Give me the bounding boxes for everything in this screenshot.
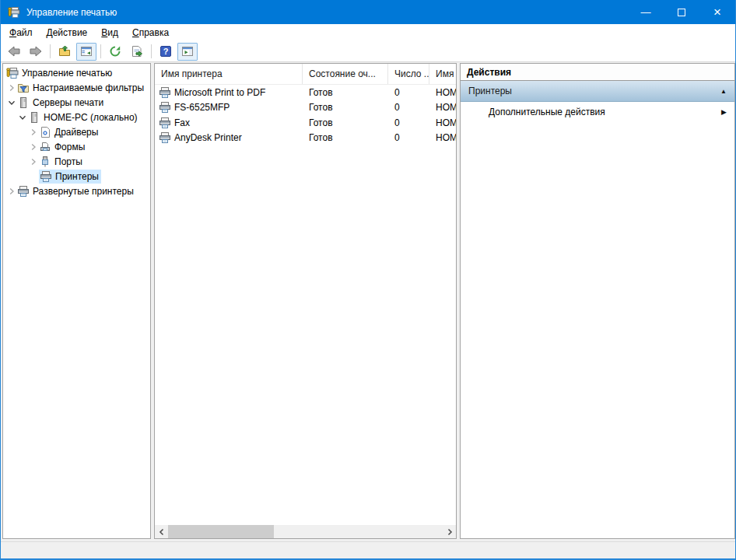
- tree-selection: Принтеры: [39, 170, 101, 184]
- maximize-icon: [678, 9, 685, 16]
- console-tree-pane: Управление печатью Настраиваемые фильтры…: [2, 63, 151, 539]
- forms-icon: [39, 141, 51, 153]
- export-list-button[interactable]: [127, 43, 147, 61]
- tree-item-print-management[interactable]: Управление печатью: [3, 65, 150, 80]
- toolbar-separator: [50, 44, 51, 58]
- maximize-button[interactable]: [664, 0, 699, 24]
- tree-item-drivers[interactable]: Драйверы: [3, 124, 150, 139]
- printer-icon: [159, 131, 171, 144]
- refresh-button[interactable]: [105, 43, 125, 61]
- printer-server: HOME-PC: [429, 117, 456, 128]
- tree-item-printers[interactable]: Принтеры: [3, 169, 150, 184]
- tree-item-home-pc[interactable]: HOME-PC (локально): [3, 110, 150, 124]
- tree-item-label: Драйверы: [54, 127, 98, 138]
- menu-file[interactable]: Файл: [2, 26, 40, 40]
- forward-arrow-icon: [30, 45, 42, 58]
- chevron-right-icon[interactable]: [28, 142, 39, 152]
- up-one-level-icon: [58, 45, 71, 58]
- scroll-left-icon: [158, 528, 166, 536]
- chevron-right-icon[interactable]: [6, 82, 17, 93]
- printer-server: HOME-PC: [429, 87, 456, 98]
- scroll-right-icon: [446, 528, 454, 536]
- actions-pane-title: Действия: [461, 64, 734, 81]
- menu-bar: Файл Действие Вид Справка: [1, 24, 735, 41]
- tree-item-label: Управление печатью: [22, 68, 112, 79]
- printer-row[interactable]: Fax Готов 0 HOME-PC: [155, 115, 456, 131]
- chevron-right-icon[interactable]: [28, 127, 39, 138]
- up-one-level-button[interactable]: [54, 43, 75, 61]
- window-controls: — ×: [628, 0, 735, 24]
- printer-status: Готов: [303, 102, 388, 113]
- menu-view[interactable]: Вид: [94, 26, 125, 40]
- tree-item-label: Принтеры: [55, 171, 99, 182]
- toolbar-separator: [151, 44, 152, 58]
- window-title: Управление печатью: [26, 7, 117, 18]
- printer-jobs: 0: [388, 102, 429, 113]
- collapse-up-icon[interactable]: ▲: [720, 88, 727, 95]
- printer-icon: [159, 101, 171, 114]
- list-header: Имя принтера Состояние оч... Число ... И…: [155, 64, 456, 85]
- printer-row[interactable]: FS-6525MFP Готов 0 HOME-PC: [155, 100, 456, 116]
- printer-server: HOME-PC: [429, 132, 456, 143]
- scrollbar-thumb[interactable]: [168, 525, 274, 538]
- column-header-queue-status[interactable]: Состояние оч...: [303, 64, 388, 84]
- help-icon: [159, 45, 172, 58]
- menu-action[interactable]: Действие: [40, 26, 95, 40]
- toolbar: [1, 41, 735, 62]
- chevron-down-icon[interactable]: [17, 112, 28, 123]
- chevron-down-icon[interactable]: [6, 97, 17, 108]
- horizontal-scrollbar[interactable]: [155, 525, 456, 538]
- console-tree-toggle-button[interactable]: [76, 43, 96, 61]
- tree-item-print-servers[interactable]: Серверы печати: [3, 95, 150, 110]
- printer-icon: [159, 117, 171, 129]
- toolbar-separator: [100, 44, 101, 58]
- tree-item-label: Настраиваемые фильтры: [33, 82, 144, 93]
- scrollbar-track[interactable]: [168, 525, 443, 538]
- chevron-right-icon[interactable]: [28, 156, 39, 167]
- app-printer-icon: [8, 6, 20, 19]
- tree-item-deployed-printers[interactable]: Развернутые принтеры: [3, 184, 150, 198]
- chevron-right-icon[interactable]: [6, 186, 17, 197]
- back-button[interactable]: [4, 43, 24, 61]
- forward-button[interactable]: [26, 43, 46, 61]
- printer-name: Microsoft Print to PDF: [174, 87, 265, 98]
- tree-item-ports[interactable]: Порты: [3, 154, 150, 169]
- console-tree-toggle-icon: [80, 45, 93, 58]
- server-icon: [17, 96, 30, 109]
- printer-name: AnyDesk Printer: [174, 132, 242, 143]
- scroll-right-button[interactable]: [443, 525, 456, 538]
- filter-folder-icon: [17, 82, 30, 94]
- export-list-icon: [131, 45, 143, 58]
- printer-jobs: 0: [388, 87, 429, 98]
- tree-item-label: Серверы печати: [33, 97, 103, 108]
- ports-icon: [39, 156, 51, 168]
- action-pane-toggle-button[interactable]: [177, 43, 198, 61]
- back-arrow-icon: [8, 45, 20, 58]
- column-header-server-name[interactable]: Имя сервера: [429, 64, 456, 84]
- printer-jobs: 0: [388, 117, 429, 128]
- tree-item-label: Формы: [54, 142, 85, 152]
- tree-item-forms[interactable]: Формы: [3, 139, 150, 154]
- status-bar: [1, 541, 735, 558]
- title-bar: Управление печатью — ×: [1, 0, 735, 24]
- column-header-jobs[interactable]: Число ...: [388, 64, 429, 84]
- minimize-button[interactable]: —: [628, 0, 664, 24]
- scroll-left-button[interactable]: [155, 525, 168, 538]
- printers-list-pane: Имя принтера Состояние оч... Число ... И…: [154, 63, 457, 539]
- column-header-printer-name[interactable]: Имя принтера: [155, 64, 303, 84]
- actions-item-more-actions[interactable]: Дополнительные действия ▶: [461, 102, 734, 121]
- print-management-window: Управление печатью — × Файл Действие Вид…: [0, 0, 736, 560]
- printer-row[interactable]: Microsoft Print to PDF Готов 0 HOME-PC: [155, 85, 456, 100]
- help-button[interactable]: [156, 43, 176, 61]
- close-button[interactable]: ×: [699, 0, 735, 24]
- tree-item-label: Развернутые принтеры: [33, 186, 134, 197]
- actions-section-printers[interactable]: Принтеры ▲: [461, 81, 734, 102]
- actions-item-label: Дополнительные действия: [489, 107, 605, 117]
- printer-status: Готов: [303, 87, 388, 98]
- tree-item-custom-filters[interactable]: Настраиваемые фильтры: [3, 80, 150, 95]
- submenu-arrow-icon: ▶: [721, 108, 727, 116]
- server-icon: [28, 111, 40, 124]
- printer-row[interactable]: AnyDesk Printer Готов 0 HOME-PC: [155, 131, 456, 146]
- printer-server: HOME-PC: [429, 102, 456, 113]
- menu-help[interactable]: Справка: [125, 26, 176, 40]
